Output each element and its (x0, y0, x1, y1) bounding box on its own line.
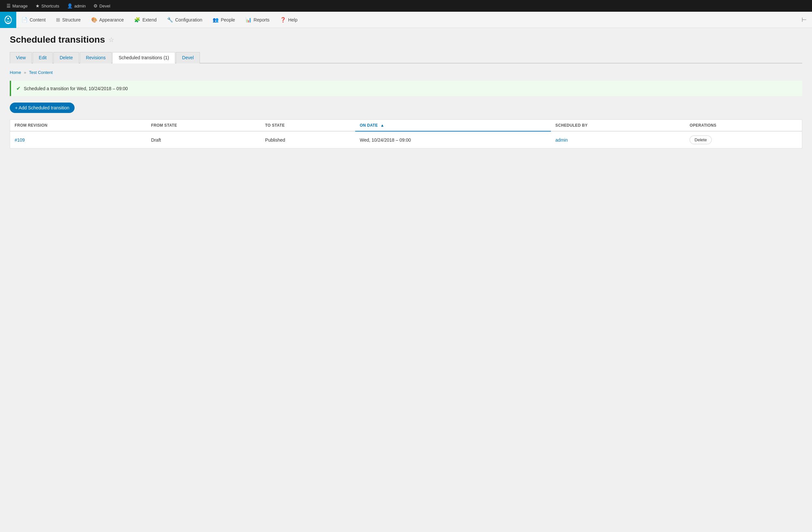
col-operations: OPERATIONS (685, 120, 802, 131)
person-icon: 👤 (67, 3, 73, 9)
col-to-state: TO STATE (260, 120, 355, 131)
col-from-state-label: FROM STATE (151, 123, 177, 128)
page-title-row: Scheduled transitions ☆ (10, 34, 802, 45)
col-scheduled-by-label: SCHEDULED BY (555, 123, 588, 128)
page-title: Scheduled transitions (10, 34, 105, 45)
people-icon: 👥 (213, 17, 219, 23)
nav-structure[interactable]: ⊞ Structure (51, 12, 86, 28)
table-header: FROM REVISION FROM STATE TO STATE ON DAT… (10, 120, 802, 131)
nav-reports[interactable]: 📊 Reports (240, 12, 275, 28)
gear-icon: ⚙ (93, 3, 98, 9)
cell-on-date: Wed, 10/24/2018 – 09:00 (355, 131, 551, 148)
nav-configuration[interactable]: 🔧 Configuration (162, 12, 207, 28)
structure-icon: ⊞ (56, 17, 60, 23)
scheduled-transitions-table: FROM REVISION FROM STATE TO STATE ON DAT… (10, 119, 802, 148)
sort-arrow-icon: ▲ (380, 123, 384, 128)
top-nav-items: 📄 Content ⊞ Structure 🎨 Appearance 🧩 Ext… (16, 12, 303, 28)
manage-menu-item[interactable]: ☰ Manage (3, 0, 32, 12)
col-operations-label: OPERATIONS (690, 123, 716, 128)
from-state-value: Draft (151, 138, 161, 143)
configuration-icon: 🔧 (167, 17, 173, 23)
nav-help-label: Help (288, 17, 298, 23)
devel-menu-item[interactable]: ⚙ Devel (89, 0, 114, 12)
table-row: #109 Draft Published Wed, 10/24/2018 – 0… (10, 131, 802, 148)
shortcuts-menu-item[interactable]: ★ Shortcuts (32, 0, 63, 12)
col-from-revision-label: FROM REVISION (15, 123, 47, 128)
table-header-row: FROM REVISION FROM STATE TO STATE ON DAT… (10, 120, 802, 131)
nav-people[interactable]: 👥 People (207, 12, 240, 28)
col-to-state-label: TO STATE (265, 123, 285, 128)
drupal-logo[interactable] (0, 12, 16, 28)
page-wrapper: Scheduled transitions ☆ View Edit Delete… (0, 28, 812, 532)
reports-icon: 📊 (246, 17, 252, 23)
manage-label: Manage (12, 3, 28, 9)
nav-appearance-label: Appearance (99, 17, 124, 23)
breadcrumb-home-link[interactable]: Home (10, 70, 21, 75)
extend-icon: 🧩 (134, 17, 140, 23)
appearance-icon: 🎨 (91, 17, 97, 23)
on-date-value: Wed, 10/24/2018 – 09:00 (360, 138, 411, 143)
nav-help[interactable]: ❓ Help (275, 12, 303, 28)
nav-reports-label: Reports (253, 17, 270, 23)
col-from-revision: FROM REVISION (10, 120, 147, 131)
tab-delete[interactable]: Delete (54, 52, 79, 63)
revision-link[interactable]: #109 (15, 138, 25, 143)
tabs-row: View Edit Delete Revisions Scheduled tra… (10, 52, 802, 63)
checkmark-icon: ✔ (16, 85, 20, 91)
tab-scheduled-transitions[interactable]: Scheduled transitions (1) (112, 52, 175, 63)
col-on-date[interactable]: ON DATE ▲ (355, 120, 551, 131)
cell-scheduled-by: admin (551, 131, 685, 148)
table-body: #109 Draft Published Wed, 10/24/2018 – 0… (10, 131, 802, 148)
breadcrumb-separator: » (24, 70, 26, 75)
bookmark-icon[interactable]: ☆ (108, 36, 114, 44)
admin-menu-item[interactable]: 👤 admin (63, 0, 89, 12)
nav-content[interactable]: 📄 Content (16, 12, 51, 28)
to-state-value: Published (265, 138, 285, 143)
nav-toggle-button[interactable]: ⊢ (796, 12, 812, 28)
nav-configuration-label: Configuration (175, 17, 202, 23)
nav-appearance[interactable]: 🎨 Appearance (86, 12, 129, 28)
cell-from-state: Draft (146, 131, 260, 148)
breadcrumb: Home » Test Content (10, 70, 802, 75)
col-from-state: FROM STATE (146, 120, 260, 131)
cell-operations: Delete (685, 131, 802, 148)
tab-revisions[interactable]: Revisions (80, 52, 112, 63)
help-icon: ❓ (280, 17, 286, 23)
nav-content-label: Content (30, 17, 46, 23)
cell-from-revision: #109 (10, 131, 147, 148)
tab-edit[interactable]: Edit (32, 52, 53, 63)
success-message: ✔ Scheduled a transition for Wed, 10/24/… (10, 81, 802, 96)
col-on-date-label: ON DATE (360, 123, 378, 128)
hamburger-icon: ☰ (6, 3, 11, 9)
nav-extend[interactable]: 🧩 Extend (129, 12, 162, 28)
delete-row-button[interactable]: Delete (690, 135, 712, 144)
shortcuts-label: Shortcuts (41, 3, 59, 9)
tab-view[interactable]: View (10, 52, 32, 63)
content-icon: 📄 (21, 17, 28, 23)
col-scheduled-by: SCHEDULED BY (551, 120, 685, 131)
success-message-text: Scheduled a transition for Wed, 10/24/20… (24, 86, 128, 91)
devel-label: Devel (99, 3, 110, 9)
svg-point-1 (8, 18, 9, 19)
tab-devel[interactable]: Devel (176, 52, 200, 63)
breadcrumb-current-link[interactable]: Test Content (29, 70, 53, 75)
nav-extend-label: Extend (142, 17, 157, 23)
cell-to-state: Published (260, 131, 355, 148)
top-nav: 📄 Content ⊞ Structure 🎨 Appearance 🧩 Ext… (0, 12, 812, 28)
admin-label: admin (74, 3, 86, 9)
scheduled-by-link[interactable]: admin (555, 138, 568, 143)
admin-toolbar: ☰ Manage ★ Shortcuts 👤 admin ⚙ Devel (0, 0, 812, 12)
add-scheduled-transition-button[interactable]: + Add Scheduled transition (10, 103, 75, 113)
nav-people-label: People (221, 17, 235, 23)
star-icon: ★ (35, 3, 40, 9)
nav-structure-label: Structure (62, 17, 81, 23)
